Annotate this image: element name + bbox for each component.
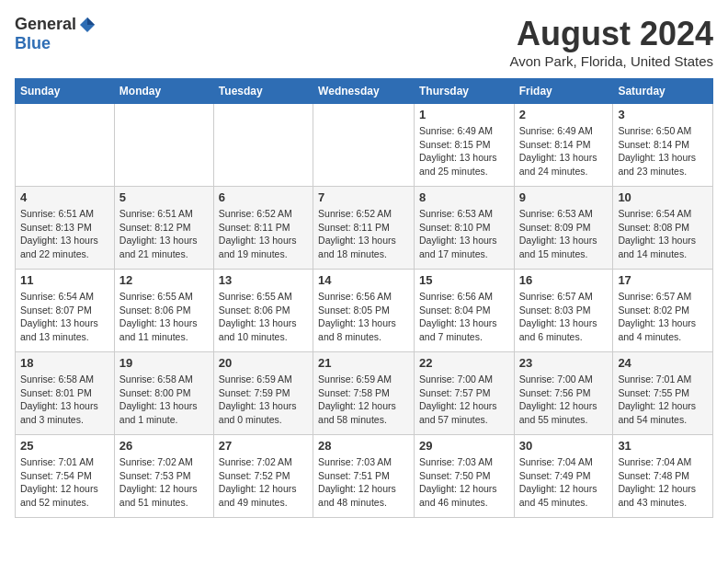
day-number: 16 <box>519 273 609 287</box>
calendar-day-cell: 20Sunrise: 6:59 AM Sunset: 7:59 PM Dayli… <box>213 352 313 435</box>
day-info: Sunrise: 6:59 AM Sunset: 7:58 PM Dayligh… <box>318 373 409 427</box>
calendar-day-cell: 16Sunrise: 6:57 AM Sunset: 8:03 PM Dayli… <box>514 270 613 352</box>
svg-marker-1 <box>87 17 95 25</box>
calendar-day-cell: 3Sunrise: 6:50 AM Sunset: 8:14 PM Daylig… <box>613 104 713 187</box>
day-info: Sunrise: 7:01 AM Sunset: 7:55 PM Dayligh… <box>618 373 708 427</box>
calendar-day-cell: 27Sunrise: 7:02 AM Sunset: 7:52 PM Dayli… <box>213 435 313 518</box>
day-info: Sunrise: 7:01 AM Sunset: 7:54 PM Dayligh… <box>20 455 109 510</box>
day-info: Sunrise: 6:55 AM Sunset: 8:06 PM Dayligh… <box>219 290 308 344</box>
calendar-day-cell: 22Sunrise: 7:00 AM Sunset: 7:57 PM Dayli… <box>414 352 514 435</box>
day-info: Sunrise: 7:02 AM Sunset: 7:53 PM Dayligh… <box>119 455 209 510</box>
weekday-header: Friday <box>514 79 613 104</box>
weekday-header: Sunday <box>16 79 115 104</box>
calendar-day-cell: 13Sunrise: 6:55 AM Sunset: 8:06 PM Dayli… <box>213 270 313 352</box>
day-number: 9 <box>519 190 609 204</box>
calendar-day-cell: 12Sunrise: 6:55 AM Sunset: 8:06 PM Dayli… <box>114 270 213 352</box>
day-info: Sunrise: 6:52 AM Sunset: 8:11 PM Dayligh… <box>219 207 308 261</box>
calendar-day-cell: 21Sunrise: 6:59 AM Sunset: 7:58 PM Dayli… <box>313 352 415 435</box>
day-info: Sunrise: 6:51 AM Sunset: 8:13 PM Dayligh… <box>20 207 109 261</box>
calendar-day-cell: 6Sunrise: 6:52 AM Sunset: 8:11 PM Daylig… <box>213 187 313 270</box>
day-number: 12 <box>119 273 209 287</box>
day-number: 25 <box>20 439 109 453</box>
day-number: 15 <box>419 273 509 287</box>
day-number: 20 <box>219 356 308 370</box>
title-section: August 2024 Avon Park, Florida, United S… <box>510 15 714 69</box>
day-number: 21 <box>318 356 409 370</box>
day-info: Sunrise: 6:54 AM Sunset: 8:07 PM Dayligh… <box>20 290 109 344</box>
day-number: 23 <box>519 356 609 370</box>
calendar-day-cell: 17Sunrise: 6:57 AM Sunset: 8:02 PM Dayli… <box>613 270 713 352</box>
day-info: Sunrise: 6:55 AM Sunset: 8:06 PM Dayligh… <box>119 290 209 344</box>
day-info: Sunrise: 6:59 AM Sunset: 7:59 PM Dayligh… <box>219 373 308 427</box>
day-info: Sunrise: 6:53 AM Sunset: 8:09 PM Dayligh… <box>519 207 609 261</box>
calendar-day-cell: 4Sunrise: 6:51 AM Sunset: 8:13 PM Daylig… <box>16 187 115 270</box>
logo: General Blue <box>15 15 97 53</box>
calendar-day-cell: 18Sunrise: 6:58 AM Sunset: 8:01 PM Dayli… <box>16 352 115 435</box>
calendar-day-cell: 11Sunrise: 6:54 AM Sunset: 8:07 PM Dayli… <box>16 270 115 352</box>
calendar-table: SundayMondayTuesdayWednesdayThursdayFrid… <box>15 78 713 518</box>
day-info: Sunrise: 6:49 AM Sunset: 8:14 PM Dayligh… <box>519 124 609 178</box>
page-header: General Blue August 2024 Avon Park, Flor… <box>15 15 713 69</box>
calendar-day-cell: 9Sunrise: 6:53 AM Sunset: 8:09 PM Daylig… <box>514 187 613 270</box>
day-info: Sunrise: 6:54 AM Sunset: 8:08 PM Dayligh… <box>618 207 708 261</box>
day-number: 4 <box>20 190 109 204</box>
day-number: 1 <box>419 108 509 121</box>
calendar-day-cell: 1Sunrise: 6:49 AM Sunset: 8:15 PM Daylig… <box>414 104 514 187</box>
logo-general-text: General <box>15 15 76 34</box>
day-number: 28 <box>318 439 409 453</box>
calendar-day-cell <box>213 104 313 187</box>
day-number: 19 <box>119 356 209 370</box>
day-info: Sunrise: 6:49 AM Sunset: 8:15 PM Dayligh… <box>419 124 509 178</box>
day-number: 2 <box>519 108 609 121</box>
day-number: 3 <box>618 108 708 121</box>
day-number: 14 <box>318 273 409 287</box>
calendar-day-cell: 7Sunrise: 6:52 AM Sunset: 8:11 PM Daylig… <box>313 187 415 270</box>
day-number: 6 <box>219 190 308 204</box>
calendar-week-row: 4Sunrise: 6:51 AM Sunset: 8:13 PM Daylig… <box>16 187 713 270</box>
day-number: 17 <box>618 273 708 287</box>
weekday-header: Thursday <box>414 79 514 104</box>
calendar-day-cell: 2Sunrise: 6:49 AM Sunset: 8:14 PM Daylig… <box>514 104 613 187</box>
day-info: Sunrise: 7:03 AM Sunset: 7:50 PM Dayligh… <box>419 455 509 510</box>
calendar-day-cell: 29Sunrise: 7:03 AM Sunset: 7:50 PM Dayli… <box>414 435 514 518</box>
day-info: Sunrise: 7:00 AM Sunset: 7:57 PM Dayligh… <box>419 373 509 427</box>
calendar-day-cell: 31Sunrise: 7:04 AM Sunset: 7:48 PM Dayli… <box>613 435 713 518</box>
day-info: Sunrise: 7:03 AM Sunset: 7:51 PM Dayligh… <box>318 455 409 510</box>
day-info: Sunrise: 6:58 AM Sunset: 8:00 PM Dayligh… <box>119 373 209 427</box>
location-text: Avon Park, Florida, United States <box>510 53 714 69</box>
day-info: Sunrise: 6:56 AM Sunset: 8:04 PM Dayligh… <box>419 290 509 344</box>
day-info: Sunrise: 7:04 AM Sunset: 7:49 PM Dayligh… <box>519 455 609 510</box>
calendar-day-cell: 28Sunrise: 7:03 AM Sunset: 7:51 PM Dayli… <box>313 435 415 518</box>
day-info: Sunrise: 6:51 AM Sunset: 8:12 PM Dayligh… <box>119 207 209 261</box>
day-number: 13 <box>219 273 308 287</box>
day-number: 8 <box>419 190 509 204</box>
day-number: 30 <box>519 439 609 453</box>
calendar-day-cell <box>114 104 213 187</box>
day-number: 26 <box>119 439 209 453</box>
weekday-header: Tuesday <box>213 79 313 104</box>
calendar-day-cell: 19Sunrise: 6:58 AM Sunset: 8:00 PM Dayli… <box>114 352 213 435</box>
day-number: 18 <box>20 356 109 370</box>
day-number: 24 <box>618 356 708 370</box>
calendar-day-cell: 23Sunrise: 7:00 AM Sunset: 7:56 PM Dayli… <box>514 352 613 435</box>
day-number: 7 <box>318 190 409 204</box>
calendar-day-cell: 5Sunrise: 6:51 AM Sunset: 8:12 PM Daylig… <box>114 187 213 270</box>
calendar-day-cell: 25Sunrise: 7:01 AM Sunset: 7:54 PM Dayli… <box>16 435 115 518</box>
day-number: 11 <box>20 273 109 287</box>
calendar-day-cell: 8Sunrise: 6:53 AM Sunset: 8:10 PM Daylig… <box>414 187 514 270</box>
day-number: 31 <box>618 439 708 453</box>
calendar-day-cell: 26Sunrise: 7:02 AM Sunset: 7:53 PM Dayli… <box>114 435 213 518</box>
calendar-week-row: 1Sunrise: 6:49 AM Sunset: 8:15 PM Daylig… <box>16 104 713 187</box>
weekday-header-row: SundayMondayTuesdayWednesdayThursdayFrid… <box>16 79 713 104</box>
month-title: August 2024 <box>510 15 714 53</box>
day-info: Sunrise: 6:50 AM Sunset: 8:14 PM Dayligh… <box>618 124 708 178</box>
calendar-week-row: 18Sunrise: 6:58 AM Sunset: 8:01 PM Dayli… <box>16 352 713 435</box>
weekday-header: Monday <box>114 79 213 104</box>
day-number: 29 <box>419 439 509 453</box>
day-number: 10 <box>618 190 708 204</box>
day-info: Sunrise: 6:57 AM Sunset: 8:02 PM Dayligh… <box>618 290 708 344</box>
logo-blue-text: Blue <box>15 34 51 53</box>
weekday-header: Saturday <box>613 79 713 104</box>
day-info: Sunrise: 7:02 AM Sunset: 7:52 PM Dayligh… <box>219 455 308 510</box>
calendar-day-cell: 14Sunrise: 6:56 AM Sunset: 8:05 PM Dayli… <box>313 270 415 352</box>
